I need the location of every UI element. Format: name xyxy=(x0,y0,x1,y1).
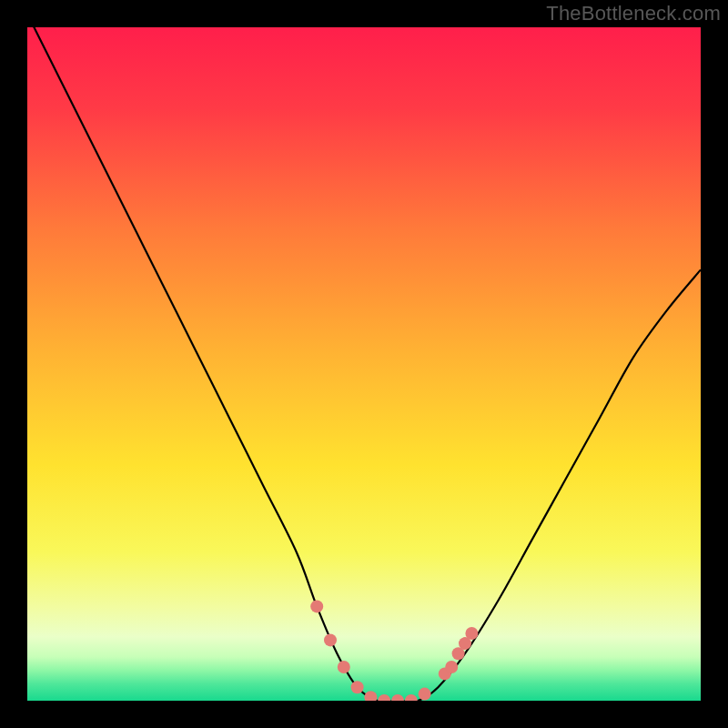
bottleneck-curve xyxy=(27,27,701,701)
highlight-point xyxy=(465,627,478,640)
highlight-point xyxy=(405,694,418,701)
highlight-point xyxy=(419,688,431,701)
highlight-point xyxy=(310,600,323,612)
chart-frame: TheBottleneck.com xyxy=(0,0,728,728)
highlight-point xyxy=(378,694,390,701)
highlight-point xyxy=(338,661,350,673)
watermark-text: TheBottleneck.com xyxy=(546,2,721,25)
highlight-point xyxy=(391,694,404,701)
highlight-point xyxy=(351,681,364,693)
plot-area xyxy=(27,27,701,701)
highlight-point xyxy=(364,691,377,701)
highlight-point xyxy=(445,661,458,673)
highlight-point xyxy=(324,633,337,646)
curve-layer xyxy=(27,27,701,701)
